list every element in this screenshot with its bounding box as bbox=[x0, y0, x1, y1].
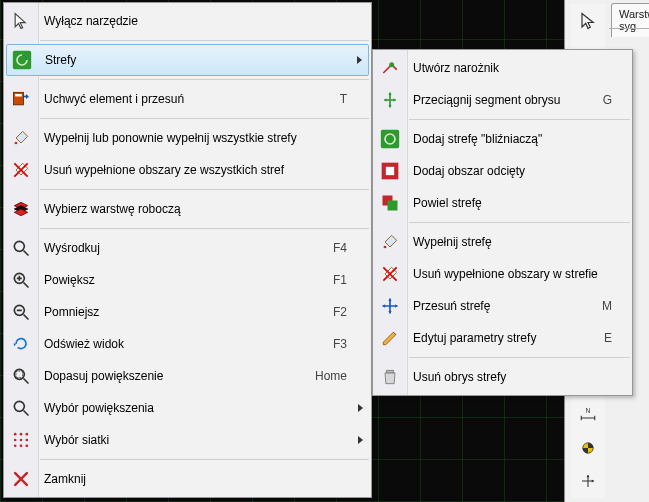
svg-rect-9 bbox=[16, 371, 23, 378]
menu-item-zoom-out[interactable]: Pomniejsz F2 bbox=[4, 296, 371, 328]
menu-label: Wyśrodkuj bbox=[44, 241, 309, 255]
menu-item-edit-zone-params[interactable]: Edytuj parametry strefy E bbox=[373, 322, 632, 354]
menu-item-close[interactable]: Zamknij bbox=[4, 463, 371, 495]
menu-label: Zamknij bbox=[44, 472, 347, 486]
menu-label: Usuń wypełnione obszary ze wszystkich st… bbox=[44, 163, 347, 177]
svg-point-17 bbox=[14, 445, 17, 448]
menu-label: Strefy bbox=[45, 53, 346, 67]
menu-shortcut: F1 bbox=[333, 273, 347, 287]
move-icon bbox=[379, 295, 401, 317]
menu-label: Przeciągnij segment obrysu bbox=[413, 93, 591, 107]
menu-separator bbox=[409, 357, 630, 358]
remove-fill-icon bbox=[379, 263, 401, 285]
menu-label: Usuń obrys strefy bbox=[413, 370, 612, 384]
menu-item-remove-zone-fill[interactable]: Usuń wypełnione obszary w strefie bbox=[373, 258, 632, 290]
svg-point-12 bbox=[20, 433, 23, 436]
drag-segment-icon bbox=[379, 89, 401, 111]
menu-label: Powiększ bbox=[44, 273, 309, 287]
menu-separator bbox=[40, 189, 369, 190]
menu-label: Uchwyć element i przesuń bbox=[44, 92, 316, 106]
menu-separator bbox=[40, 118, 369, 119]
menu-item-grid-selection[interactable]: Wybór siatki bbox=[4, 424, 371, 456]
menu-item-fit-zoom[interactable]: Dopasuj powiększenie Home bbox=[4, 360, 371, 392]
menu-item-zoom-selection[interactable]: Wybór powiększenia bbox=[4, 392, 371, 424]
menu-label: Edytuj parametry strefy bbox=[413, 331, 592, 345]
menu-separator bbox=[40, 459, 369, 460]
magnifier-center-icon bbox=[10, 237, 32, 259]
menu-shortcut: F3 bbox=[333, 337, 347, 351]
svg-point-5 bbox=[14, 241, 24, 251]
svg-text:N: N bbox=[586, 407, 591, 414]
menu-item-zoom-in[interactable]: Powiększ F1 bbox=[4, 264, 371, 296]
ruler-n-icon[interactable]: N bbox=[573, 401, 603, 430]
menu-item-move-zone[interactable]: Przesuń strefę M bbox=[373, 290, 632, 322]
svg-point-14 bbox=[14, 439, 17, 442]
menu-item-refresh-view[interactable]: Odśwież widok F3 bbox=[4, 328, 371, 360]
menu-item-select-working-layer[interactable]: Wybierz warstwę roboczą bbox=[4, 193, 371, 225]
svg-point-15 bbox=[20, 439, 23, 442]
magnifier-minus-icon bbox=[10, 301, 32, 323]
menu-label: Wypełnij strefę bbox=[413, 235, 612, 249]
duplicate-zone-icon bbox=[379, 192, 401, 214]
menu-item-zones[interactable]: Strefy bbox=[6, 44, 369, 76]
close-x-icon bbox=[10, 468, 32, 490]
svg-point-13 bbox=[26, 433, 29, 436]
svg-point-19 bbox=[26, 445, 29, 448]
menu-item-center-view[interactable]: Wyśrodkuj F4 bbox=[4, 232, 371, 264]
svg-point-16 bbox=[26, 439, 29, 442]
axis-toggle-icon[interactable] bbox=[573, 467, 603, 496]
cursor-tool-icon[interactable] bbox=[573, 6, 603, 35]
menu-label: Odśwież widok bbox=[44, 337, 309, 351]
refresh-icon bbox=[10, 333, 32, 355]
create-corner-icon bbox=[379, 57, 401, 79]
menu-shortcut: M bbox=[602, 299, 612, 313]
grab-move-icon bbox=[10, 88, 32, 110]
menu-shortcut: G bbox=[603, 93, 612, 107]
svg-rect-4 bbox=[15, 94, 22, 97]
grid-icon bbox=[10, 429, 32, 451]
menu-shortcut: F4 bbox=[333, 241, 347, 255]
svg-rect-24 bbox=[386, 167, 394, 175]
menu-separator bbox=[40, 79, 369, 80]
menu-item-fill-zone[interactable]: Wypełnij strefę bbox=[373, 226, 632, 258]
menu-label: Pomniejsz bbox=[44, 305, 309, 319]
remove-fill-icon bbox=[10, 159, 32, 181]
menu-label: Wyłącz narzędzie bbox=[44, 14, 347, 28]
menu-separator bbox=[409, 222, 630, 223]
context-menu-main: Wyłącz narzędzie Strefy Uchwyć element i… bbox=[3, 2, 372, 498]
svg-rect-27 bbox=[387, 370, 394, 373]
menu-item-fill-all-zones[interactable]: Wypełnij lub ponownie wypełnij wszystkie… bbox=[4, 122, 371, 154]
magnifier-icon bbox=[10, 397, 32, 419]
menu-label: Wypełnij lub ponownie wypełnij wszystkie… bbox=[44, 131, 347, 145]
menu-label: Utwórz narożnik bbox=[413, 61, 612, 75]
magnifier-plus-icon bbox=[10, 269, 32, 291]
menu-item-duplicate-zone[interactable]: Powiel strefę bbox=[373, 187, 632, 219]
menu-separator bbox=[40, 228, 369, 229]
menu-item-grab-move[interactable]: Uchwyć element i przesuń T bbox=[4, 83, 371, 115]
menu-label: Dodaj strefę "bliźniaczą" bbox=[413, 132, 612, 146]
menu-label: Wybór siatki bbox=[44, 433, 347, 447]
menu-label: Wybór powiększenia bbox=[44, 401, 347, 415]
menu-item-delete-zone-outline[interactable]: Usuń obrys strefy bbox=[373, 361, 632, 393]
menu-item-drag-outline-segment[interactable]: Przeciągnij segment obrysu G bbox=[373, 84, 632, 116]
menu-item-add-cutout[interactable]: Dodaj obszar odcięty bbox=[373, 155, 632, 187]
menu-label: Dopasuj powiększenie bbox=[44, 369, 291, 383]
svg-rect-26 bbox=[388, 201, 398, 211]
submenu-arrow-icon bbox=[357, 56, 362, 64]
zone-twin-icon bbox=[379, 128, 401, 150]
menu-item-create-corner[interactable]: Utwórz narożnik bbox=[373, 52, 632, 84]
menu-item-disable-tool[interactable]: Wyłącz narzędzie bbox=[4, 5, 371, 37]
pencil-icon bbox=[379, 327, 401, 349]
origin-marker-icon[interactable] bbox=[573, 434, 603, 463]
menu-separator bbox=[40, 40, 369, 41]
menu-item-add-twin-zone[interactable]: Dodaj strefę "bliźniaczą" bbox=[373, 123, 632, 155]
menu-label: Przesuń strefę bbox=[413, 299, 590, 313]
trash-icon bbox=[379, 366, 401, 388]
cursor-icon bbox=[10, 10, 32, 32]
submenu-arrow-icon bbox=[358, 436, 363, 444]
svg-point-18 bbox=[20, 445, 23, 448]
svg-point-11 bbox=[14, 433, 17, 436]
menu-shortcut: Home bbox=[315, 369, 347, 383]
layers-icon bbox=[10, 198, 32, 220]
menu-item-remove-all-fills[interactable]: Usuń wypełnione obszary ze wszystkich st… bbox=[4, 154, 371, 186]
